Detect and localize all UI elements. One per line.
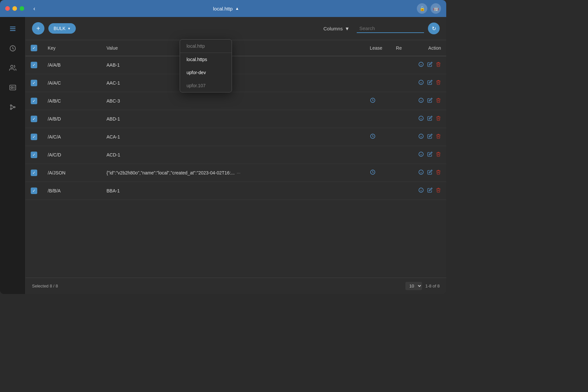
back-button[interactable]: ‹: [33, 5, 35, 12]
row-spacer: [344, 146, 365, 164]
row-spacer: [344, 128, 365, 146]
info-icon[interactable]: [418, 151, 424, 158]
edit-icon[interactable]: [427, 98, 433, 104]
edit-icon[interactable]: [427, 170, 433, 176]
row-checkbox[interactable]: ✓: [31, 98, 37, 104]
row-checkbox[interactable]: ✓: [31, 188, 37, 194]
row-checkbox[interactable]: ✓: [31, 80, 37, 86]
edit-icon[interactable]: [427, 188, 433, 194]
maximize-button[interactable]: [20, 6, 24, 11]
info-icon[interactable]: [418, 187, 424, 194]
row-action: [407, 182, 446, 200]
info-icon[interactable]: [418, 61, 424, 69]
lease-clock-icon: [370, 171, 376, 176]
edit-icon[interactable]: [427, 80, 433, 86]
row-lease: [365, 92, 391, 110]
table-container: ✓ Key Value Lease Re Action ✓/A/A/BAAB-1: [25, 40, 446, 278]
sidebar-item-badge[interactable]: [6, 81, 19, 94]
row-key: /A/JSON: [42, 164, 101, 182]
row-re: [391, 164, 407, 182]
table-row: ✓/A/C/AACA-1: [25, 128, 446, 146]
row-action: [407, 56, 446, 74]
dropdown-item-upfor-dev[interactable]: upfor-dev: [180, 66, 232, 79]
columns-button[interactable]: Columns ▼: [320, 24, 353, 33]
table-row: ✓/A/A/CAAC-1: [25, 74, 446, 92]
row-spacer: [344, 164, 365, 182]
row-spacer: [344, 74, 365, 92]
row-checkbox[interactable]: ✓: [31, 152, 37, 158]
edit-icon[interactable]: [427, 62, 433, 68]
sidebar-item-list[interactable]: [6, 22, 19, 35]
lock-icon[interactable]: 🔒: [417, 3, 427, 14]
info-icon[interactable]: [418, 115, 424, 122]
table-row: ✓/A/JSON{"id":"v2b2h80o","name":"local",…: [25, 164, 446, 182]
bulk-arrow-icon: ▼: [68, 27, 71, 30]
add-button[interactable]: +: [32, 22, 44, 35]
delete-icon[interactable]: [436, 133, 441, 140]
row-action: [407, 74, 446, 92]
row-checkbox[interactable]: ✓: [31, 170, 37, 176]
info-icon[interactable]: [418, 169, 424, 176]
select-all-checkbox[interactable]: ✓: [31, 45, 37, 51]
delete-icon[interactable]: [436, 187, 441, 194]
info-icon[interactable]: [418, 79, 424, 87]
edit-icon[interactable]: [427, 116, 433, 122]
page-size-select[interactable]: 10 25 50: [405, 282, 422, 290]
sidebar-item-clock[interactable]: [6, 42, 19, 55]
row-action: [407, 128, 446, 146]
environment-dropdown: local.http local.https upfor-dev upfor.1…: [180, 39, 232, 92]
edit-icon[interactable]: [427, 152, 433, 158]
row-spacer: [344, 92, 365, 110]
refresh-icon: ↻: [432, 25, 436, 32]
row-checkbox[interactable]: ✓: [31, 62, 37, 68]
row-checkbox[interactable]: ✓: [31, 116, 37, 122]
minimize-button[interactable]: [12, 6, 17, 11]
bulk-label: BULK: [54, 26, 66, 31]
header-spacer: [344, 40, 365, 56]
info-icon[interactable]: [418, 97, 424, 105]
info-icon[interactable]: [418, 133, 424, 140]
sidebar-item-users[interactable]: [6, 61, 19, 74]
row-value: {"id":"v2b2h80o","name":"local","created…: [101, 164, 344, 182]
row-checkbox-cell: ✓: [25, 164, 42, 182]
robot-icon[interactable]: 🤖: [431, 3, 441, 14]
header-lease: Lease: [365, 40, 391, 56]
sidebar-item-merge[interactable]: [6, 101, 19, 114]
dropdown-item-local-https[interactable]: local.https: [180, 53, 232, 66]
row-checkbox-cell: ✓: [25, 128, 42, 146]
delete-icon[interactable]: [436, 151, 441, 158]
close-button[interactable]: [5, 6, 10, 11]
delete-icon[interactable]: [436, 61, 441, 69]
dropdown-item-local-http[interactable]: local.http: [180, 40, 232, 53]
table-row: ✓/A/B/CABC-3: [25, 92, 446, 110]
search-input[interactable]: [359, 25, 421, 31]
row-checkbox-cell: ✓: [25, 56, 42, 74]
bulk-button[interactable]: BULK ▼: [48, 23, 76, 34]
row-key: /A/C/A: [42, 128, 101, 146]
table-row: ✓/B/B/ABBA-1: [25, 182, 446, 200]
delete-icon[interactable]: [436, 169, 441, 176]
header-checkbox[interactable]: ✓: [25, 40, 42, 56]
delete-icon[interactable]: [436, 97, 441, 105]
dropdown-item-upfor-107[interactable]: upfor.107: [180, 79, 232, 92]
row-checkbox-cell: ✓: [25, 92, 42, 110]
table-row: ✓/A/A/BAAB-1: [25, 56, 446, 74]
row-re: [391, 74, 407, 92]
toolbar: + BULK ▼ Columns ▼ ↻: [25, 17, 446, 40]
row-key: /A/C/D: [42, 146, 101, 164]
title-dropdown-arrow[interactable]: ▲: [235, 6, 239, 11]
refresh-button[interactable]: ↻: [428, 23, 440, 34]
title-bar: ‹ local.http ▲ 🔒 🤖: [0, 0, 446, 17]
edit-icon[interactable]: [427, 134, 433, 140]
sidebar: [0, 17, 25, 294]
row-checkbox[interactable]: ✓: [31, 134, 37, 140]
window-title: local.http: [213, 6, 233, 11]
ellipsis-button[interactable]: ···: [237, 170, 240, 175]
row-key: /B/B/A: [42, 182, 101, 200]
delete-icon[interactable]: [436, 115, 441, 122]
row-lease: [365, 164, 391, 182]
selected-count: Selected 8 / 8: [32, 284, 58, 288]
row-lease: [365, 128, 391, 146]
delete-icon[interactable]: [436, 79, 441, 87]
row-re: [391, 110, 407, 128]
